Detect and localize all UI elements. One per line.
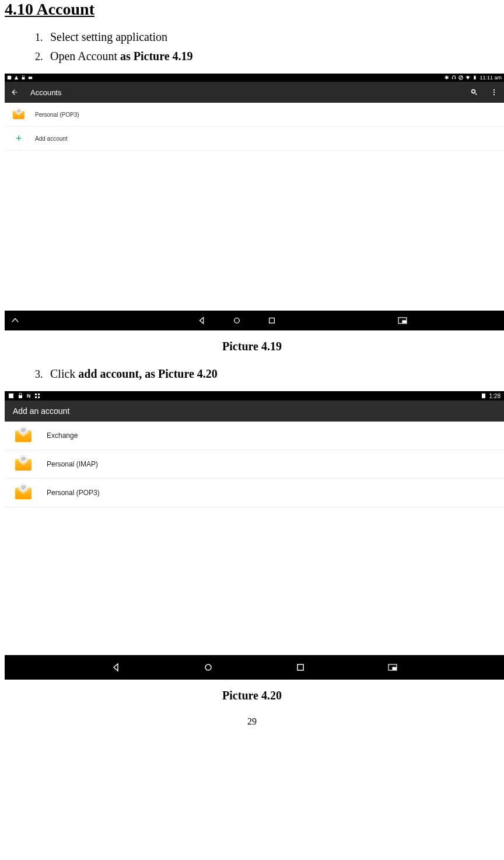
wifi-icon xyxy=(466,75,470,80)
system-nav-bar xyxy=(5,311,504,330)
email-icon: @ xyxy=(15,486,32,499)
svg-rect-2 xyxy=(29,76,32,79)
svg-line-6 xyxy=(460,76,463,79)
appbar-title: Accounts xyxy=(30,88,459,97)
step-item: Open Account as Picture 4.19 xyxy=(46,50,499,63)
svg-rect-0 xyxy=(8,76,11,79)
plus-icon: + xyxy=(13,133,24,144)
no-sim-icon xyxy=(459,75,463,80)
page-number: 29 xyxy=(5,716,499,727)
email-icon: @ xyxy=(15,429,32,442)
list-item-label: Personal (IMAP) xyxy=(47,460,98,468)
list-item-label: Add account xyxy=(35,135,68,142)
overflow-menu-button[interactable] xyxy=(490,88,498,96)
nav-expand-button[interactable] xyxy=(10,316,20,325)
battery-icon xyxy=(481,393,486,399)
nav-home-button[interactable] xyxy=(203,662,214,673)
n-icon: N xyxy=(27,393,31,399)
nav-pip-button[interactable] xyxy=(398,316,407,325)
step-text: Open Account xyxy=(50,50,120,62)
account-type-personal-pop3[interactable]: @ Personal (POP3) xyxy=(5,479,504,507)
screenshot-add-account: N 1:28 Add an account @ Exchange @ xyxy=(5,391,504,680)
svg-rect-15 xyxy=(9,394,13,398)
svg-rect-14 xyxy=(402,321,406,323)
svg-rect-1 xyxy=(22,77,25,79)
step-item: Select setting application xyxy=(46,30,499,44)
figure-caption-a: Picture 4.19 xyxy=(5,340,499,353)
headset-icon xyxy=(452,75,456,80)
email-icon: @ xyxy=(13,110,24,119)
image-icon xyxy=(7,75,12,80)
bluetooth-icon: ✱ xyxy=(444,75,449,81)
system-nav-bar xyxy=(5,655,504,680)
status-time: 11:11 am xyxy=(480,75,502,81)
status-time: 1:28 xyxy=(489,393,501,399)
svg-point-22 xyxy=(205,664,211,670)
svg-point-11 xyxy=(235,318,240,323)
svg-rect-19 xyxy=(35,396,37,398)
svg-rect-18 xyxy=(38,394,40,395)
folder-icon xyxy=(28,75,33,80)
account-type-personal-imap[interactable]: @ Personal (IMAP) xyxy=(5,450,504,479)
app-bar: Accounts xyxy=(5,82,504,103)
account-type-exchange[interactable]: @ Exchange xyxy=(5,422,504,450)
image-icon xyxy=(8,393,14,399)
svg-point-10 xyxy=(494,94,495,95)
nav-home-button[interactable] xyxy=(232,316,242,325)
svg-rect-4 xyxy=(455,78,456,79)
figure-caption-b: Picture 4.20 xyxy=(5,689,499,702)
list-item-label: Personal (POP3) xyxy=(35,112,79,118)
status-bar: N 1:28 xyxy=(5,391,504,401)
step-bold: as Picture 4.19 xyxy=(120,50,193,62)
step-text: Click xyxy=(50,367,78,380)
add-account-item[interactable]: + Add account xyxy=(5,127,504,151)
list-item-label: Personal (POP3) xyxy=(47,489,100,497)
nav-back-button[interactable] xyxy=(111,662,121,673)
svg-point-8 xyxy=(494,89,495,90)
list-item-label: Exchange xyxy=(47,431,78,440)
nav-back-button[interactable] xyxy=(197,316,206,325)
screenshot-accounts: ✱ 11:11 am Accounts @ xyxy=(5,74,504,330)
steps-list-b: Click add account, as Picture 4.20 xyxy=(5,367,499,381)
nav-pip-button[interactable] xyxy=(387,662,398,673)
svg-rect-21 xyxy=(482,394,485,398)
apps-icon xyxy=(34,393,40,399)
svg-rect-20 xyxy=(38,396,40,398)
warning-icon xyxy=(14,75,19,80)
lock-icon xyxy=(18,393,23,399)
nav-recents-button[interactable] xyxy=(295,662,306,673)
appbar-title: Add an account xyxy=(13,406,69,416)
battery-icon xyxy=(473,75,477,80)
nav-recents-button[interactable] xyxy=(267,316,276,325)
steps-list-a: Select setting application Open Account … xyxy=(5,30,499,63)
svg-rect-7 xyxy=(474,76,476,79)
accounts-list: @ Personal (POP3) + Add account xyxy=(5,103,504,311)
step-item: Click add account, as Picture 4.20 xyxy=(46,367,499,381)
svg-rect-23 xyxy=(298,664,303,670)
status-bar: ✱ 11:11 am xyxy=(5,74,504,82)
search-button[interactable] xyxy=(470,88,478,96)
svg-point-9 xyxy=(494,92,495,93)
step-text: Select setting application xyxy=(50,30,167,43)
svg-rect-3 xyxy=(452,78,453,79)
email-icon: @ xyxy=(15,458,32,471)
account-item-personal-pop3[interactable]: @ Personal (POP3) xyxy=(5,103,504,127)
svg-rect-25 xyxy=(393,667,396,670)
svg-rect-12 xyxy=(270,318,275,323)
lock-icon xyxy=(21,75,26,80)
app-bar: Add an account xyxy=(5,401,504,422)
svg-rect-16 xyxy=(19,395,22,398)
step-bold: add account, as Picture 4.20 xyxy=(78,367,218,380)
svg-rect-17 xyxy=(35,394,37,395)
add-account-list: @ Exchange @ Personal (IMAP) @ Personal … xyxy=(5,422,504,655)
back-button[interactable] xyxy=(10,88,19,96)
section-heading: 4.10 Account xyxy=(5,0,499,19)
